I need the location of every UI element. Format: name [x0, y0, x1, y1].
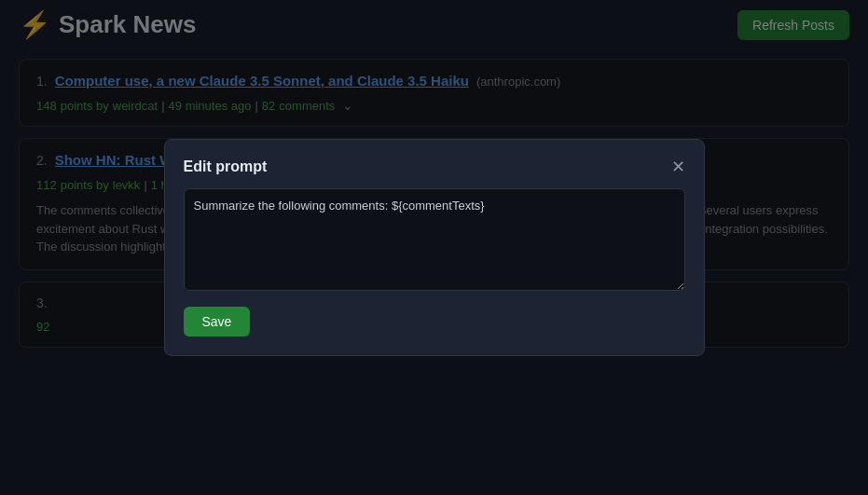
modal-title: Edit prompt	[184, 158, 268, 175]
prompt-textarea[interactable]	[184, 188, 685, 291]
modal-header: Edit prompt ✕	[184, 158, 685, 175]
save-button[interactable]: Save	[184, 307, 251, 337]
modal-footer: Save	[184, 307, 685, 337]
modal-close-button[interactable]: ✕	[671, 158, 685, 175]
modal-overlay[interactable]: Edit prompt ✕ Save	[0, 0, 868, 495]
edit-prompt-modal: Edit prompt ✕ Save	[164, 139, 705, 356]
